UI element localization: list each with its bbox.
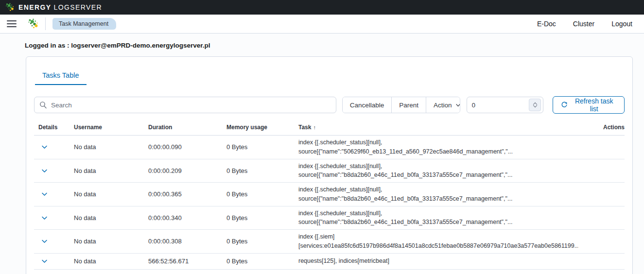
app-logo-icon[interactable] [27, 18, 39, 30]
expand-row-button[interactable] [40, 190, 49, 199]
row-task: index {[.siem] [services:e01ea85fc6d5197… [298, 230, 578, 253]
main-content: Logged in as : logserver@emPRD-demo.ener… [0, 34, 644, 274]
row-duration: 0:00:00.308 [148, 238, 226, 245]
expand-row-button[interactable] [40, 237, 49, 246]
row-memory: 0 Bytes [226, 257, 298, 265]
row-duration: 0:00:00.209 [148, 167, 226, 174]
row-username: No data [74, 214, 148, 222]
tasks-table: Details Username Duration Memory usage T… [34, 124, 625, 274]
row-username: No data [74, 143, 148, 151]
table-header-row: Details Username Duration Memory usage T… [34, 124, 625, 136]
table-row: No data 566:52:56.671 0 Bytes requests[1… [34, 254, 625, 270]
row-task: requests[125], indices[metricbeat] [298, 254, 578, 268]
row-task: index {[.scheduler_status][null], source… [298, 136, 578, 159]
table-row: No data 0:00:00.340 0 Bytes index {[.sch… [34, 206, 625, 230]
logged-in-as-text: Logged in as : logserver@emPRD-demo.ener… [0, 34, 644, 49]
column-header-task[interactable]: Task ↑ [298, 124, 578, 131]
secondary-nav-bar: Task Management E-Doc Cluster Logout [0, 15, 644, 34]
sort-ascending-icon: ↑ [313, 124, 316, 130]
breadcrumb-task-management[interactable]: Task Management [52, 18, 116, 30]
row-username: No data [74, 190, 148, 198]
chevron-down-icon [455, 103, 460, 108]
table-row: No data 0:00:00.308 0 Bytes index {[.sie… [34, 230, 625, 254]
expand-row-button[interactable] [40, 213, 49, 222]
column-header-details: Details [34, 124, 74, 131]
nav-link-edoc[interactable]: E-Doc [536, 18, 557, 30]
column-header-task-label: Task [298, 124, 311, 131]
nav-links: E-Doc Cluster Logout [536, 18, 633, 30]
top-app-bar: ENERGYLOGSERVER [0, 0, 644, 15]
refresh-icon [561, 102, 568, 108]
refresh-label: Refresh task list [572, 97, 616, 113]
table-row: No data 0:00:00.365 0 Bytes index {[.sch… [34, 183, 625, 206]
filter-cancellable-button[interactable]: Cancellable [343, 97, 392, 113]
row-memory: 0 Bytes [226, 238, 298, 245]
search-field[interactable] [34, 97, 336, 113]
task-count-field[interactable] [467, 97, 544, 113]
filter-parent-label: Parent [399, 102, 418, 109]
nav-link-cluster[interactable]: Cluster [572, 18, 595, 30]
row-duration: 0:00:00.365 [148, 190, 226, 198]
column-header-duration: Duration [148, 124, 226, 131]
search-icon [39, 101, 47, 109]
row-username: No data [74, 257, 148, 265]
table-row: No data 0:00:00.090 0 Bytes index {[.sch… [34, 136, 625, 159]
row-memory: 0 Bytes [226, 167, 298, 174]
row-duration: 566:52:56.671 [148, 257, 226, 265]
column-header-username: Username [74, 124, 148, 131]
row-memory: 0 Bytes [226, 143, 298, 151]
task-count-input[interactable] [472, 102, 521, 109]
row-memory: 0 Bytes [226, 190, 298, 198]
refresh-task-list-button[interactable]: Refresh task list [553, 96, 625, 114]
brand-secondary: LOGSERVER [54, 3, 103, 11]
tab-tasks-table[interactable]: Tasks Table [35, 71, 87, 85]
row-username: No data [74, 238, 148, 245]
row-memory: 0 Bytes [226, 214, 298, 222]
table-row: No data 0:00:00.209 0 Bytes index {[.sch… [34, 159, 625, 183]
brand-primary: ENERGY [18, 3, 52, 11]
expand-row-button[interactable] [40, 166, 49, 175]
row-task: requests[125], indices[metricbeat] [298, 270, 578, 274]
filter-button-group: Cancellable Parent Action [342, 97, 460, 113]
filter-action-dropdown[interactable]: Action [426, 97, 460, 113]
number-stepper[interactable] [529, 99, 541, 111]
nav-divider [45, 17, 46, 30]
row-task: index {[.scheduler_status][null], source… [298, 159, 578, 183]
row-task: index {[.scheduler_status][null], source… [298, 206, 578, 230]
row-username: No data [74, 167, 148, 174]
search-input[interactable] [51, 102, 331, 109]
column-header-actions: Actions [578, 124, 625, 131]
expand-row-button[interactable] [40, 257, 49, 265]
menu-icon[interactable] [5, 18, 18, 30]
tasks-panel: Tasks Table Cancellable Parent [26, 56, 633, 274]
row-duration: 0:00:00.340 [148, 214, 226, 222]
filter-action-label: Action [434, 102, 452, 109]
row-duration: 0:00:00.090 [148, 143, 226, 151]
filter-parent-button[interactable]: Parent [392, 97, 426, 113]
table-row: No data 566:52:56.664 0 Bytes requests[1… [34, 270, 625, 274]
expand-row-button[interactable] [40, 143, 49, 152]
energylogserver-logo-icon [5, 2, 15, 12]
row-task: index {[.scheduler_status][null], source… [298, 183, 578, 206]
filter-cancellable-label: Cancellable [350, 102, 384, 109]
column-header-memory: Memory usage [226, 124, 298, 131]
brand-wordmark: ENERGYLOGSERVER [18, 3, 102, 11]
nav-link-logout[interactable]: Logout [610, 18, 633, 30]
table-controls: Cancellable Parent Action [26, 96, 632, 114]
